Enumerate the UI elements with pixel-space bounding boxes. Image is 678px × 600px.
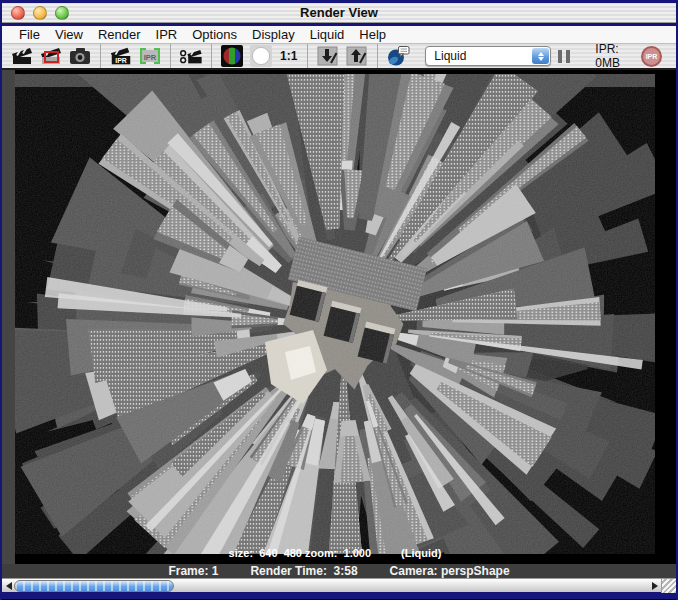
clapperboard-icon — [10, 45, 34, 67]
camera-select-value: Liquid — [434, 49, 466, 63]
toolbar-separator — [100, 44, 101, 68]
ipr-region-icon: IPR — [139, 45, 161, 67]
menu-view[interactable]: View — [55, 27, 83, 42]
ipr-badge-label: IPR — [646, 53, 658, 60]
minimize-button[interactable] — [33, 6, 47, 20]
select-stepper-icon — [532, 48, 549, 64]
horizontal-scrollbar[interactable] — [2, 578, 676, 592]
toolbar: IPR IPR — [2, 44, 676, 70]
window-title: Render View — [2, 5, 676, 20]
resize-grip[interactable] — [661, 579, 676, 593]
render-view-window: Render View File View Render IPR Options… — [0, 0, 678, 600]
menu-ipr[interactable]: IPR — [156, 27, 178, 42]
toolbar-separator — [170, 44, 171, 68]
ipr-badge[interactable]: IPR — [641, 46, 662, 67]
display-rgb-channels-button[interactable] — [220, 45, 244, 67]
close-button[interactable] — [11, 6, 25, 20]
real-size-button[interactable]: 1:1 — [278, 45, 299, 67]
camera-select[interactable]: Liquid — [425, 46, 551, 66]
remove-image-arrow-icon — [346, 45, 368, 67]
ipr-render-region-button[interactable]: IPR — [138, 45, 162, 67]
rgb-channels-icon — [221, 45, 243, 67]
ipr-memory-label: IPR: 0MB — [595, 42, 622, 70]
window-bottom-edge — [2, 592, 676, 599]
renderer-name-label: (Liquid) — [401, 547, 441, 559]
menu-help[interactable]: Help — [359, 27, 386, 42]
scroll-right-arrow-icon[interactable] — [652, 582, 658, 590]
keep-image-button[interactable] — [316, 45, 340, 67]
ipr-clapperboard-icon: IPR — [109, 45, 133, 67]
zoom-window-button[interactable] — [55, 6, 69, 20]
clapperboard-region-icon — [39, 45, 63, 67]
menu-liquid[interactable]: Liquid — [310, 27, 345, 42]
render-current-frame-button[interactable] — [10, 45, 34, 67]
render-time-label: Render Time: 3:58 — [250, 564, 357, 578]
canvas-left-margin — [2, 70, 15, 564]
snapshot-button[interactable] — [68, 45, 92, 67]
image-size-readout: size: 640 480 zoom: 1.000(Liquid) — [15, 547, 655, 559]
toolbar-separator — [307, 44, 308, 68]
pause-icon — [566, 50, 570, 63]
remove-image-button[interactable] — [345, 45, 369, 67]
toolbar-separator — [377, 44, 378, 68]
display-alpha-channel-button[interactable] — [249, 45, 273, 67]
svg-text:IPR: IPR — [144, 53, 157, 62]
pause-ipr-button[interactable] — [556, 45, 572, 67]
scrollbar-thumb[interactable] — [14, 580, 174, 592]
menu-render[interactable]: Render — [98, 27, 141, 42]
alpha-channel-icon — [250, 45, 272, 67]
pause-icon — [558, 50, 562, 63]
titlebar[interactable]: Render View — [2, 3, 676, 23]
toolbar-separator — [211, 44, 212, 68]
keep-image-arrow-icon — [317, 45, 339, 67]
render-globals-sphere-icon — [386, 45, 410, 67]
render-canvas[interactable]: size: 640 480 zoom: 1.000(Liquid) — [2, 70, 676, 564]
render-settings-button[interactable] — [386, 45, 410, 67]
menu-file[interactable]: File — [19, 27, 40, 42]
render-region-button[interactable] — [39, 45, 63, 67]
frame-label: Frame: 1 — [168, 564, 218, 578]
menubar: File View Render IPR Options Display Liq… — [2, 26, 676, 44]
scroll-left-arrow-icon[interactable] — [6, 582, 12, 590]
camera-icon — [68, 45, 92, 67]
menu-options[interactable]: Options — [192, 27, 237, 42]
rendered-image — [15, 74, 655, 554]
redo-render-icon — [179, 45, 203, 67]
svg-text:IPR: IPR — [115, 57, 127, 64]
ipr-render-button[interactable]: IPR — [109, 45, 133, 67]
render-info-bar: Frame: 1 Render Time: 3:58 Camera: persp… — [2, 564, 676, 578]
traffic-lights — [2, 6, 69, 20]
redo-previous-render-button[interactable] — [179, 45, 203, 67]
menu-display[interactable]: Display — [252, 27, 295, 42]
camera-label: Camera: perspShape — [390, 564, 510, 578]
